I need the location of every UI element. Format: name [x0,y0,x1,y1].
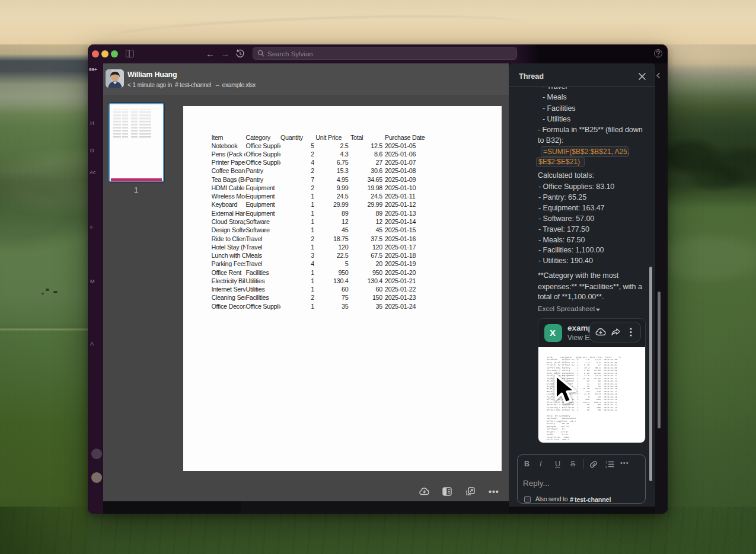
svg-text:1: 1 [605,460,607,464]
svg-text:2: 2 [605,465,607,469]
